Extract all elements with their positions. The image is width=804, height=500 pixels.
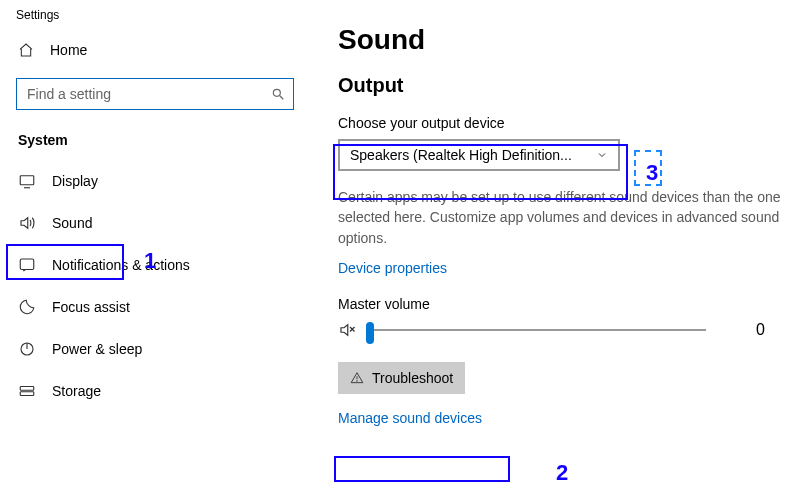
- window-title: Settings: [0, 6, 310, 22]
- annotation-marker-2: 2: [556, 460, 568, 486]
- sound-icon: [18, 214, 36, 232]
- sidebar-item-label: Sound: [52, 215, 92, 231]
- svg-point-12: [357, 381, 358, 382]
- mute-icon[interactable]: [338, 321, 356, 339]
- sidebar-item-label: Notifications & actions: [52, 257, 190, 273]
- home-icon: [18, 42, 34, 58]
- sidebar-item-label: Display: [52, 173, 98, 189]
- output-device-label: Choose your output device: [338, 115, 798, 131]
- volume-value: 0: [756, 321, 765, 339]
- sidebar-item-label: Storage: [52, 383, 101, 399]
- storage-icon: [18, 382, 36, 400]
- sidebar-item-display[interactable]: Display: [0, 160, 310, 202]
- svg-rect-2: [20, 176, 34, 185]
- annotation-box-2: [334, 456, 510, 482]
- sidebar-top: Home: [0, 22, 310, 110]
- output-device-value: Speakers (Realtek High Definition...: [350, 147, 572, 163]
- svg-line-1: [280, 96, 284, 100]
- sidebar-item-power-sleep[interactable]: Power & sleep: [0, 328, 310, 370]
- warning-icon: [350, 371, 364, 385]
- volume-row: 0: [338, 320, 798, 340]
- output-description: Certain apps may be set up to use differ…: [338, 187, 798, 248]
- sidebar-item-label: Focus assist: [52, 299, 130, 315]
- power-icon: [18, 340, 36, 358]
- settings-window: Settings Home System Display: [0, 0, 804, 500]
- notifications-icon: [18, 256, 36, 274]
- svg-rect-8: [20, 392, 34, 396]
- volume-slider[interactable]: [366, 320, 706, 340]
- sidebar-nav: Display Sound Notifications & actions Fo…: [0, 156, 310, 412]
- content: Sound Output Choose your output device S…: [338, 0, 798, 426]
- chevron-down-icon: [596, 149, 608, 161]
- troubleshoot-button[interactable]: Troubleshoot: [338, 362, 465, 394]
- page-title: Sound: [338, 24, 798, 56]
- search-field[interactable]: [25, 85, 271, 103]
- master-volume-label: Master volume: [338, 296, 798, 312]
- output-device-select[interactable]: Speakers (Realtek High Definition...: [338, 139, 620, 171]
- search-icon: [271, 87, 285, 101]
- sidebar-item-sound[interactable]: Sound: [0, 202, 310, 244]
- slider-thumb[interactable]: [366, 322, 374, 344]
- home-label: Home: [50, 42, 87, 58]
- sidebar-item-focus-assist[interactable]: Focus assist: [0, 286, 310, 328]
- home-button[interactable]: Home: [18, 34, 294, 66]
- display-icon: [18, 172, 36, 190]
- svg-point-0: [273, 89, 280, 96]
- manage-sound-devices-link[interactable]: Manage sound devices: [338, 410, 482, 426]
- search-input[interactable]: [16, 78, 294, 110]
- svg-rect-4: [20, 259, 34, 270]
- svg-rect-7: [20, 387, 34, 391]
- troubleshoot-label: Troubleshoot: [372, 370, 453, 386]
- sidebar-item-notifications[interactable]: Notifications & actions: [0, 244, 310, 286]
- sidebar-item-label: Power & sleep: [52, 341, 142, 357]
- device-properties-link[interactable]: Device properties: [338, 260, 447, 276]
- slider-track: [366, 329, 706, 331]
- focus-assist-icon: [18, 298, 36, 316]
- sidebar-item-storage[interactable]: Storage: [0, 370, 310, 412]
- output-heading: Output: [338, 74, 798, 97]
- sidebar-group-heading: System: [0, 110, 310, 156]
- sidebar: Settings Home System Display: [0, 0, 310, 500]
